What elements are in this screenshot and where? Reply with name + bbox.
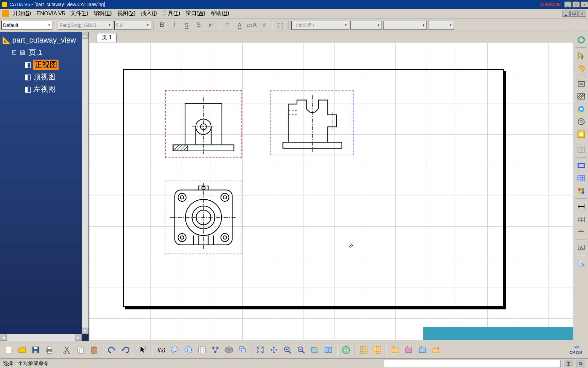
tree-root[interactable]: 📐 part_cutaway_view [1,34,87,46]
sketch-orange-button[interactable] [389,343,402,356]
scroll-left-icon[interactable]: ◀ [0,334,7,341]
menu-help[interactable]: 帮助(H) [208,9,232,18]
table-grid-button[interactable] [575,172,587,184]
tolerance-combo[interactable]: （无公差）▼ [291,21,349,30]
scroll-up-icon[interactable]: ▲ [82,32,88,39]
zoom-in-button[interactable] [281,343,294,356]
hatch-button[interactable] [575,91,587,102]
undo-button[interactable] [105,343,118,356]
underline-button[interactable]: S̲ [181,20,192,30]
symbols-button[interactable] [575,185,587,197]
view-frame-front[interactable] [165,90,242,158]
comment-button[interactable] [168,343,181,356]
fx-button[interactable]: f(x) [154,343,167,356]
gear-outline-button[interactable] [575,116,587,127]
drawing-canvas[interactable]: ⬀ [89,42,573,340]
anchor-button[interactable]: A̲ [234,20,245,30]
chain-dim-button[interactable] [575,213,587,225]
specification-tree[interactable]: 📐 part_cutaway_view − 🗎 页.1 ◧ 正视图 ◧ 顶视图 … [0,32,89,341]
tol-value3-combo[interactable]: ▼ [428,21,454,30]
italic-button[interactable]: I [169,20,180,30]
fit-all-button[interactable] [254,343,267,356]
spreadsheet-button[interactable] [195,343,208,356]
tab-sheet1[interactable]: 页.1 [97,33,117,42]
cascade-button[interactable] [236,343,249,356]
style-combo[interactable]: Default▼ [1,21,52,30]
copy-button[interactable] [74,343,87,356]
scroll-down-icon[interactable]: ▼ [82,327,88,334]
open-button[interactable] [16,343,29,356]
menu-window[interactable]: 窗口(W) [183,9,208,18]
pan-button[interactable] [267,343,280,356]
tree-vscrollbar[interactable]: ▲ ▼ [82,32,88,334]
rotate-button[interactable] [575,62,587,74]
mdi-restore-button[interactable]: ❐ [570,11,578,17]
auto-dim-button[interactable]: ★ [575,226,587,237]
cut-button[interactable] [61,343,74,356]
mdi-close-button[interactable]: × [578,11,586,17]
sketch-star-button[interactable]: ★ [429,343,442,356]
text-box-button[interactable]: A [575,242,587,253]
print-button[interactable] [43,343,56,356]
select-button[interactable] [575,50,587,61]
tree-hscrollbar[interactable]: ◀ ▶ [0,334,82,341]
menu-tools[interactable]: 工具(T) [160,9,183,18]
sketch-purple-button[interactable] [402,343,415,356]
view-frame-button[interactable] [575,78,587,90]
zoom-out-button[interactable] [295,343,308,356]
insert-symbol-button[interactable]: ⎀ [259,20,270,30]
scroll-right-icon[interactable]: ▶ [75,334,82,341]
tol-value2-combo[interactable]: ▼ [383,21,427,30]
dimension-attr-button[interactable]: ⬚ [275,20,286,30]
status-btn-1[interactable]: ◫ [564,360,573,367]
menu-start[interactable]: 开始(S) [10,9,34,18]
command-input[interactable] [384,360,561,367]
strike-button[interactable]: S [193,20,204,30]
tree-view-left[interactable]: ◧ 左视图 [1,83,87,95]
minimize-button[interactable]: _ [564,1,572,7]
align-button[interactable]: ≡ [222,20,233,30]
menu-file[interactable]: 文件(F) [68,9,91,18]
menu-insert[interactable]: 插入(I) [138,9,160,18]
redo-button[interactable] [119,343,132,356]
new-button[interactable] [2,343,15,356]
grid-display-button[interactable] [575,144,587,156]
web-button[interactable] [340,343,353,356]
menu-enovia[interactable]: ENOVIA V5 [34,10,68,17]
menu-view[interactable]: 视图(V) [115,9,138,18]
frame-button[interactable]: ▭A [246,20,257,30]
gear-color-button[interactable] [575,103,587,115]
tol-value1-combo[interactable]: ▼ [350,21,382,30]
update-button[interactable] [575,34,587,46]
blue-rect-button[interactable] [575,160,587,171]
view-frame-top[interactable] [165,181,242,254]
projection-button[interactable] [575,128,587,140]
tree-sheet[interactable]: − 🗎 页.1 [1,46,87,59]
menu-edit[interactable]: 编辑(E) [91,9,114,18]
font-combo[interactable]: FangSong_GB23▼ [58,21,113,30]
multi-view-button[interactable] [322,343,335,356]
help-pointer-button[interactable]: ? [137,343,150,356]
close-button[interactable]: × [581,1,588,7]
maximize-button[interactable]: □ [572,1,580,7]
tree-view-front[interactable]: ◧ 正视图 [1,59,87,71]
grid-orange1-button[interactable] [357,343,370,356]
normal-view-button[interactable] [308,343,321,356]
edit-sheet-button[interactable] [575,257,587,269]
tree-link-button[interactable] [209,343,222,356]
paste-button[interactable] [88,343,101,356]
package-button[interactable] [223,343,235,356]
tree-view-top[interactable]: ◧ 顶视图 [1,71,87,83]
dimension-button[interactable] [575,201,587,212]
save-button[interactable] [29,343,42,356]
font-size-combo[interactable]: 5.0▼ [114,21,151,30]
status-btn-2[interactable]: ⧉ [576,360,585,367]
info-button[interactable]: i [182,343,195,356]
view-frame-side[interactable] [270,90,354,155]
bold-button[interactable]: B [157,20,167,30]
mdi-minimize-button[interactable]: _ [562,11,570,17]
sketch-blue-button[interactable] [416,343,429,356]
grid-orange2-button[interactable] [371,343,384,356]
superscript-button[interactable]: x² [206,20,216,30]
collapse-icon[interactable]: − [12,50,16,55]
